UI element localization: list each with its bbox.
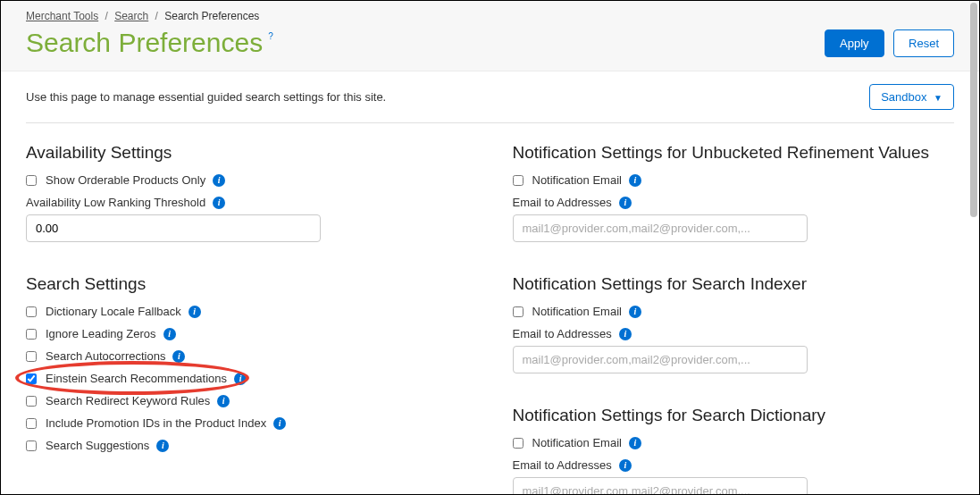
breadcrumb-sep: / — [155, 10, 158, 22]
dictionary-email-input[interactable] — [513, 477, 808, 495]
availability-heading: Availability Settings — [26, 143, 468, 163]
info-icon[interactable]: i — [163, 328, 176, 340]
unbucketed-heading: Notification Settings for Unbucketed Ref… — [513, 143, 955, 163]
page-title-text: Search Preferences — [26, 28, 263, 58]
dict-locale-label: Dictionary Locale Fallback — [46, 305, 181, 318]
autocorrect-checkbox[interactable] — [26, 351, 37, 362]
page-title: Search Preferences ? — [26, 28, 273, 58]
apply-button[interactable]: Apply — [825, 29, 884, 57]
einstein-label: Einstein Search Recommendations — [46, 372, 227, 385]
suggestions-row: Search Suggestions i — [26, 439, 468, 452]
main-content: Availability Settings Show Orderable Pro… — [1, 123, 979, 495]
show-orderable-checkbox[interactable] — [26, 175, 37, 186]
dictionary-notif-label: Notification Email — [532, 436, 622, 449]
indexer-notif-label: Notification Email — [532, 305, 622, 318]
indexer-notif-row: Notification Email i — [513, 305, 955, 318]
info-icon[interactable]: i — [629, 306, 641, 318]
info-icon[interactable]: i — [619, 197, 632, 209]
dict-locale-row: Dictionary Locale Fallback i — [26, 305, 468, 318]
environment-dropdown[interactable]: Sandbox ▼ — [869, 84, 954, 110]
low-ranking-input[interactable] — [26, 214, 321, 242]
low-ranking-label-row: Availability Low Ranking Threshold i — [26, 196, 468, 209]
info-icon[interactable]: i — [213, 174, 225, 187]
left-column: Availability Settings Show Orderable Pro… — [26, 139, 468, 495]
promo-ids-label: Include Promotion IDs in the Product Ind… — [46, 416, 266, 430]
unbucketed-emailto-row: Email to Addresses i — [513, 196, 955, 209]
dictionary-heading: Notification Settings for Search Diction… — [513, 406, 955, 425]
dictionary-emailto-row: Email to Addresses i — [513, 458, 955, 472]
suggestions-checkbox[interactable] — [26, 440, 37, 451]
indexer-heading: Notification Settings for Search Indexer — [513, 274, 955, 294]
unbucketed-email-input[interactable] — [513, 214, 808, 242]
einstein-row: Einstein Search Recommendations i — [26, 372, 468, 385]
reset-button[interactable]: Reset — [893, 29, 954, 57]
info-icon[interactable]: i — [188, 306, 201, 318]
promo-ids-row: Include Promotion IDs in the Product Ind… — [26, 416, 468, 430]
info-icon[interactable]: i — [273, 417, 286, 430]
info-icon[interactable]: i — [619, 328, 632, 340]
page-header: Merchant Tools / Search / Search Prefere… — [1, 1, 979, 71]
indexer-emailto-label: Email to Addresses — [513, 327, 612, 340]
autocorrect-row: Search Autocorrections i — [26, 349, 468, 363]
breadcrumb-merchant-tools[interactable]: Merchant Tools — [26, 10, 98, 22]
info-icon[interactable]: i — [172, 350, 185, 363]
breadcrumb-current: Search Preferences — [164, 10, 259, 22]
redirect-row: Search Redirect Keyword Rules i — [26, 394, 468, 407]
scrollbar[interactable] — [970, 3, 977, 217]
breadcrumb-sep: / — [105, 10, 108, 22]
indexer-notif-checkbox[interactable] — [513, 306, 524, 317]
ignore-zeros-checkbox[interactable] — [26, 329, 37, 340]
suggestions-label: Search Suggestions — [46, 439, 149, 452]
right-column: Notification Settings for Unbucketed Ref… — [513, 139, 955, 495]
search-settings-heading: Search Settings — [26, 274, 468, 294]
unbucketed-notif-row: Notification Email i — [513, 173, 955, 187]
ignore-zeros-row: Ignore Leading Zeros i — [26, 327, 468, 340]
unbucketed-notif-label: Notification Email — [532, 173, 622, 187]
indexer-emailto-row: Email to Addresses i — [513, 327, 955, 340]
unbucketed-notif-checkbox[interactable] — [513, 175, 524, 186]
dictionary-notif-row: Notification Email i — [513, 436, 955, 449]
einstein-checkbox[interactable] — [26, 373, 37, 384]
show-orderable-row: Show Orderable Products Only i — [26, 173, 468, 187]
dictionary-notif-checkbox[interactable] — [513, 438, 524, 449]
unbucketed-emailto-label: Email to Addresses — [513, 196, 612, 209]
info-icon[interactable]: i — [629, 174, 641, 187]
info-icon[interactable]: i — [629, 437, 641, 449]
dictionary-emailto-label: Email to Addresses — [513, 458, 612, 472]
autocorrect-label: Search Autocorrections — [46, 349, 165, 363]
breadcrumb-search[interactable]: Search — [114, 10, 148, 22]
help-icon[interactable]: ? — [268, 31, 273, 41]
sub-header: Use this page to manage essential guided… — [1, 71, 979, 117]
redirect-label: Search Redirect Keyword Rules — [46, 394, 210, 407]
info-icon[interactable]: i — [619, 459, 632, 472]
info-icon[interactable]: i — [213, 197, 225, 209]
caret-down-icon: ▼ — [934, 93, 942, 103]
breadcrumb: Merchant Tools / Search / Search Prefere… — [26, 10, 954, 22]
info-icon[interactable]: i — [217, 395, 230, 407]
low-ranking-label: Availability Low Ranking Threshold — [26, 196, 205, 209]
dict-locale-checkbox[interactable] — [26, 306, 37, 317]
ignore-zeros-label: Ignore Leading Zeros — [46, 327, 156, 340]
redirect-checkbox[interactable] — [26, 396, 37, 407]
info-icon[interactable]: i — [156, 440, 169, 452]
info-icon[interactable]: i — [234, 373, 247, 385]
environment-label: Sandbox — [881, 90, 926, 104]
indexer-email-input[interactable] — [513, 346, 808, 373]
promo-ids-checkbox[interactable] — [26, 418, 37, 429]
page-description: Use this page to manage essential guided… — [26, 90, 386, 104]
action-buttons: Apply Reset — [825, 29, 954, 57]
show-orderable-label: Show Orderable Products Only — [46, 173, 205, 187]
